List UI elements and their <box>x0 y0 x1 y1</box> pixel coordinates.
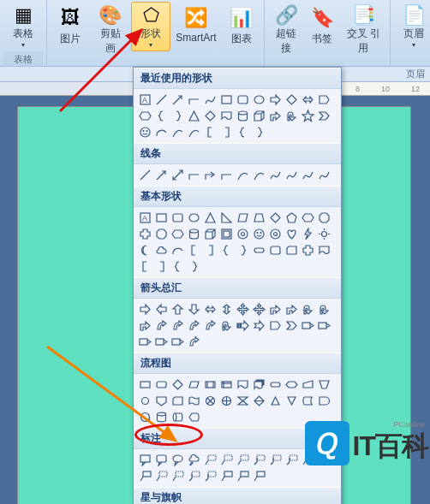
shapes-button[interactable]: ⬠形状▾ <box>131 2 170 51</box>
shape-calloutR[interactable] <box>316 317 332 334</box>
shape-flowPrep[interactable] <box>284 377 300 393</box>
shape-flowConn[interactable] <box>137 393 153 409</box>
shape-arrowUturn[interactable] <box>284 108 300 124</box>
shape-calloutR[interactable] <box>170 334 186 350</box>
shape-calloutLine[interactable] <box>235 452 251 468</box>
shape-flowStored[interactable] <box>300 393 316 409</box>
shape-lbracket[interactable] <box>186 242 202 258</box>
shape-arrowChev[interactable] <box>284 317 300 334</box>
shape-calloutR[interactable] <box>137 334 153 350</box>
shape-flowManIn[interactable] <box>300 377 316 393</box>
shape-roundrect[interactable] <box>267 242 284 258</box>
shape-flowSort[interactable] <box>251 393 267 409</box>
shape-flowAlt[interactable] <box>153 377 170 393</box>
shape-arrowCurveR[interactable] <box>153 317 170 334</box>
shape-flowDisk[interactable] <box>170 409 186 425</box>
shape-flowOffpage[interactable] <box>153 393 170 409</box>
shape-calloutCloud[interactable] <box>186 452 202 468</box>
shape-curve[interactable] <box>251 167 267 183</box>
shape-sun[interactable] <box>316 226 332 242</box>
shape-elbow[interactable] <box>218 167 235 183</box>
shape-rbrace[interactable] <box>251 124 267 140</box>
shape-arrowU[interactable] <box>170 301 186 317</box>
shape-flowProc[interactable] <box>137 377 153 393</box>
shape-flowTerm[interactable] <box>251 242 267 258</box>
shape-octagon[interactable] <box>316 210 332 226</box>
shape-flowManOp[interactable] <box>316 377 332 393</box>
shape-cube[interactable] <box>202 226 218 242</box>
shape-curve[interactable] <box>170 124 186 140</box>
shape-calloutRound[interactable] <box>153 452 170 468</box>
shape-ellipse[interactable] <box>186 210 202 226</box>
shape-scribble[interactable] <box>202 92 218 108</box>
shape-rbracket[interactable] <box>218 124 235 140</box>
bookmark-button[interactable]: 🔖书签 <box>304 2 340 51</box>
shape-bevel[interactable] <box>218 226 235 242</box>
shape-cloud[interactable] <box>153 242 170 258</box>
shape-rbrace[interactable] <box>186 258 202 275</box>
shape-arrowUturn[interactable] <box>300 301 316 317</box>
shape-flowMulti[interactable] <box>251 377 267 393</box>
shape-flowDisplay[interactable] <box>186 409 202 425</box>
shape-calloutLineA[interactable] <box>284 452 300 468</box>
shape-lbracket[interactable] <box>137 258 153 275</box>
shape-plus[interactable] <box>137 226 153 242</box>
shape-arrow[interactable] <box>153 167 170 183</box>
header-button[interactable]: 📄页眉▾ <box>394 2 430 51</box>
shape-calloutLineA[interactable] <box>251 452 267 468</box>
hyperlink-button[interactable]: 🔗超链接 <box>268 2 304 51</box>
shape-diamond[interactable] <box>267 210 284 226</box>
shape-calloutR[interactable] <box>153 334 170 350</box>
shape-flowDoc[interactable] <box>235 377 251 393</box>
clipart-button[interactable]: 🎨剪贴画 <box>89 2 131 51</box>
shape-flowTerm[interactable] <box>267 377 284 393</box>
shape-smiley[interactable] <box>251 226 267 242</box>
shape-elbowarrow[interactable] <box>202 167 218 183</box>
shape-triangle[interactable] <box>202 210 218 226</box>
shape-flowPredef[interactable] <box>202 377 218 393</box>
shape-flowCard[interactable] <box>284 242 300 258</box>
shape-cube[interactable] <box>251 108 267 124</box>
shape-flowDec[interactable] <box>284 92 300 108</box>
shape-plus[interactable] <box>300 242 316 258</box>
shape-calloutLineB[interactable] <box>235 468 251 484</box>
shape-hexagon[interactable] <box>170 226 186 242</box>
shape-flowCollate[interactable] <box>235 393 251 409</box>
shape-arrowChev[interactable] <box>316 108 332 124</box>
shape-rbrace[interactable] <box>170 108 186 124</box>
shape-arrowBentR[interactable] <box>284 301 300 317</box>
shape-calloutLine[interactable] <box>170 468 186 484</box>
shape-calloutLineB[interactable] <box>218 468 235 484</box>
shape-arrowCurveR[interactable] <box>186 334 202 350</box>
shape-hexagon[interactable] <box>137 108 153 124</box>
shape-rbracket[interactable] <box>202 242 218 258</box>
shape-lbracket[interactable] <box>202 124 218 140</box>
shape-arrowNotch[interactable] <box>251 317 267 334</box>
shape-triangle[interactable] <box>186 108 202 124</box>
shape-lbrace[interactable] <box>153 108 170 124</box>
shape-flowMerge[interactable] <box>284 393 300 409</box>
shape-arrowUD[interactable] <box>218 301 235 317</box>
shape-flowData[interactable] <box>186 377 202 393</box>
shape-arrowLR[interactable] <box>300 92 316 108</box>
shape-rect[interactable] <box>218 92 235 108</box>
shape-arrowCurveR[interactable] <box>186 317 202 334</box>
shape-flowTape[interactable] <box>186 393 202 409</box>
shape-scribble[interactable] <box>316 167 332 183</box>
crossref-button[interactable]: 📑交叉 引用 <box>340 2 386 51</box>
shape-arc[interactable] <box>170 242 186 258</box>
shape-lbrace[interactable] <box>235 124 251 140</box>
shape-calloutLineB[interactable] <box>251 468 267 484</box>
shape-arrowUturn[interactable] <box>218 317 235 334</box>
shape-rbracket[interactable] <box>153 258 170 275</box>
shape-textbox[interactable]: A <box>137 92 153 108</box>
shape-lbrace[interactable] <box>218 242 235 258</box>
shape-rect[interactable] <box>153 210 170 226</box>
shape-hexagon[interactable] <box>300 210 316 226</box>
shape-calloutLineA[interactable] <box>186 468 202 484</box>
picture-button[interactable]: 🖼图片 <box>51 2 89 51</box>
shape-trapezoid[interactable] <box>251 210 267 226</box>
shape-line[interactable] <box>137 167 153 183</box>
shape-arrowPent[interactable] <box>316 92 332 108</box>
shape-arrowLR[interactable] <box>202 301 218 317</box>
